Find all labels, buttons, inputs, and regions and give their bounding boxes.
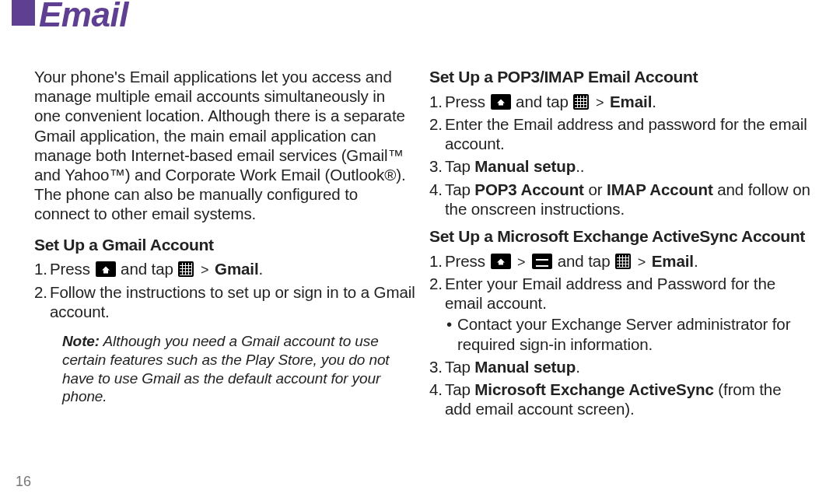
text-manual-setup: Manual setup: [474, 157, 576, 175]
text: Tap: [445, 180, 474, 198]
gmail-step-2: Follow the instructions to set up or sig…: [34, 282, 415, 321]
ex-step-1: Press > and tap > Email.: [429, 251, 810, 271]
dot: .: [576, 358, 580, 376]
chevron-right-icon: >: [638, 254, 646, 271]
pop-step-4: Tap POP3 Account or IMAP Account and fol…: [429, 180, 810, 219]
header-accent-square: [12, 0, 35, 26]
apps-grid-icon: [178, 261, 194, 277]
ex-step-2-bullet: Contact your Exchange Server administrat…: [445, 314, 810, 353]
text: Tap: [445, 157, 474, 175]
content-columns: Your phone's Email applications let you …: [34, 0, 810, 422]
pop-steps: Press and tap > Email. Enter the Email a…: [429, 92, 810, 219]
gmail-step-1: Press and tap > Gmail.: [34, 259, 415, 278]
text: Press: [445, 93, 490, 110]
heading-gmail-account: Set Up a Gmail Account: [34, 235, 415, 255]
text-imap-account: IMAP Account: [607, 180, 713, 198]
text: Enter your Email address and Password fo…: [445, 275, 775, 312]
apps-grid-icon: [615, 254, 631, 269]
text: and tap: [558, 252, 614, 270]
column-left: Your phone's Email applications let you …: [34, 67, 415, 422]
text: Tap: [445, 380, 474, 398]
text: or: [584, 180, 607, 198]
note-label: Note:: [62, 333, 100, 349]
pop-step-2: Enter the Email address and password for…: [429, 114, 810, 153]
ex-step-3: Tap Manual setup.: [429, 357, 810, 376]
dot: .: [694, 252, 698, 270]
apps-grid-icon: [573, 94, 589, 110]
text-gmail: Gmail: [215, 260, 258, 278]
text: and tap: [121, 260, 177, 278]
heading-exchange: Set Up a Microsoft Exchange ActiveSync A…: [429, 226, 810, 247]
text-email: Email: [610, 93, 652, 110]
home-icon: [96, 261, 116, 277]
page-title: Email: [39, 0, 128, 34]
exchange-steps: Press > and tap > Email. Enter your Emai…: [429, 251, 810, 419]
page-number: 16: [16, 474, 31, 490]
text-pop3-account: POP3 Account: [474, 180, 583, 198]
home-icon: [491, 254, 511, 269]
note-body: Although you need a Gmail account to use…: [62, 333, 390, 404]
text: and tap: [516, 93, 572, 110]
gmail-note: Note: Although you need a Gmail account …: [62, 332, 415, 406]
dot: ..: [576, 157, 584, 175]
text: Press: [50, 260, 95, 278]
pop-step-3: Tap Manual setup..: [429, 156, 810, 176]
manual-page: Email Your phone's Email applications le…: [0, 0, 840, 504]
text: Tap: [445, 358, 474, 376]
text-manual-setup: Manual setup: [474, 358, 576, 376]
chevron-right-icon: >: [596, 94, 604, 111]
home-icon: [491, 94, 511, 110]
text-email: Email: [652, 252, 694, 270]
dot: .: [259, 260, 264, 278]
pop-step-1: Press and tap > Email.: [429, 92, 810, 111]
column-right: Set Up a POP3/IMAP Email Account Press a…: [429, 67, 810, 422]
text: Press: [445, 252, 490, 270]
ex-step-4: Tap Microsoft Exchange ActiveSync (from …: [429, 380, 810, 418]
heading-pop3-imap: Set Up a POP3/IMAP Email Account: [429, 67, 810, 87]
intro-paragraph: Your phone's Email applications let you …: [34, 67, 415, 224]
dot: .: [652, 93, 656, 110]
ex-step-2: Enter your Email address and Password fo…: [429, 274, 810, 354]
gmail-steps: Press and tap > Gmail. Follow the instru…: [34, 259, 415, 321]
chevron-right-icon: >: [517, 254, 525, 271]
text-ms-exchange: Microsoft Exchange ActiveSync: [474, 380, 713, 398]
chevron-right-icon: >: [201, 261, 208, 278]
menu-icon: [532, 254, 552, 269]
